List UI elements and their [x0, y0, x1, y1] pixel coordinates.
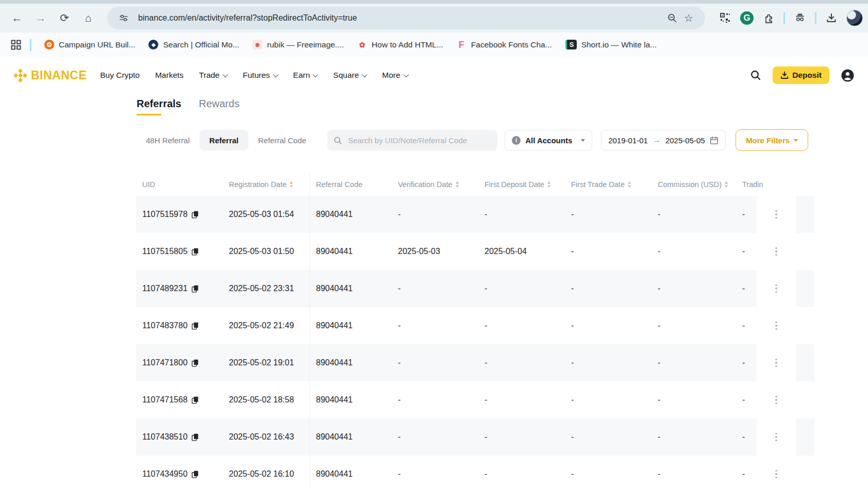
segment-referral[interactable]: Referral [199, 130, 248, 150]
extensions-puzzle-icon[interactable] [761, 10, 776, 26]
date-range-picker[interactable]: 2019-01-01 → 2025-05-05 [601, 130, 726, 150]
bookmark-label: Facebook Fonts Cha... [471, 40, 552, 49]
browser-profile-avatar[interactable] [846, 10, 863, 26]
row-menu-kebab-icon[interactable] [772, 318, 780, 333]
cell-value: 1107471568 [142, 395, 188, 405]
cell-commission-usd: - [652, 418, 736, 456]
qr-code-extension-icon[interactable] [717, 10, 733, 26]
row-menu-kebab-icon[interactable] [772, 207, 780, 222]
nav-item-square[interactable]: Square [333, 71, 366, 80]
forward-button[interactable]: → [31, 8, 51, 28]
nav-item-label: Trade [199, 71, 220, 80]
cell-value: - [658, 247, 660, 256]
cell-registration-date: 2025-05-02 18:58 [223, 381, 309, 418]
cell-value: 89040441 [316, 432, 353, 442]
bookmark-item[interactable]: ◆Search | Official Mo... [142, 37, 246, 53]
bookmark-item[interactable]: ◉rubik — Freeimage.... [246, 37, 350, 53]
nav-item-earn[interactable]: Earn [293, 71, 318, 80]
row-menu-kebab-icon[interactable] [772, 430, 780, 445]
cell-first-trade-date: - [565, 381, 652, 418]
cell-value: - [485, 358, 487, 367]
column-header-first-deposit-date[interactable]: First Deposit Date [478, 173, 565, 196]
zoom-out-icon[interactable] [664, 10, 680, 26]
row-menu-kebab-icon[interactable] [772, 393, 780, 408]
cell-value: 89040441 [316, 358, 353, 367]
bookmark-item[interactable]: FFacebook Fonts Cha... [450, 37, 559, 53]
accounts-filter-dropdown[interactable]: i All Accounts [505, 130, 592, 150]
cell-first-trade-date: - [565, 344, 652, 381]
copy-uid-icon[interactable] [192, 285, 198, 293]
copy-uid-icon[interactable] [192, 396, 198, 404]
cell-value: - [485, 469, 487, 479]
bookmark-item[interactable]: ✿How to Add HTML... [350, 37, 450, 53]
cell-value: - [571, 321, 574, 330]
row-menu-kebab-icon[interactable] [772, 467, 780, 482]
apps-grid-icon[interactable] [8, 37, 24, 53]
cell-value: 1107489231 [142, 284, 188, 293]
site-search-icon[interactable] [750, 70, 761, 81]
cell-referral-code: 89040441 [309, 270, 392, 307]
copy-uid-icon[interactable] [192, 248, 198, 256]
row-menu-kebab-icon[interactable] [772, 281, 780, 296]
row-menu-kebab-icon[interactable] [772, 356, 780, 371]
bookmark-item[interactable]: ⚙Campaign URL Buil... [38, 37, 142, 53]
table-row: 1107515805 2025-05-03 01:50890404412025-… [136, 233, 814, 270]
campaign-gear-icon: ⚙ [44, 40, 54, 49]
column-header-commission-usd[interactable]: Commission (USD) [652, 173, 736, 196]
deposit-button[interactable]: Deposit [773, 66, 829, 84]
nav-item-trade[interactable]: Trade [199, 71, 227, 80]
more-filters-button[interactable]: More Filters [736, 129, 808, 151]
copy-uid-icon[interactable] [192, 322, 198, 330]
grammarly-extension-icon[interactable]: G [740, 11, 754, 25]
copy-uid-icon[interactable] [192, 470, 198, 478]
cell-value: 1107438510 [142, 432, 188, 442]
tab-rewards[interactable]: Rewards [199, 98, 240, 115]
bookmark-star-icon[interactable]: ☆ [680, 10, 697, 26]
row-menu-kebab-icon[interactable] [772, 244, 780, 259]
copy-uid-icon[interactable] [192, 433, 198, 441]
cell-value: 1107434950 [142, 469, 188, 479]
column-label: Registration Date [229, 180, 287, 189]
cell-referral-code: 89040441 [309, 418, 392, 456]
cell-commission-usd: - [652, 344, 736, 381]
binance-logo[interactable]: BINANCE [13, 69, 87, 82]
column-header-registration-date[interactable]: Registration Date [223, 173, 309, 196]
segment-referral-code[interactable]: Referral Code [248, 130, 316, 150]
nav-item-more[interactable]: More [382, 71, 408, 80]
column-header-verification-date[interactable]: Verification Date [392, 173, 478, 196]
shortio-s-icon: S [565, 40, 577, 49]
incognito-extension-icon[interactable] [792, 10, 808, 26]
home-button[interactable]: ⌂ [78, 8, 98, 28]
tab-referrals[interactable]: Referrals [137, 98, 181, 115]
cell-uid: 1107515805 [136, 233, 223, 270]
cell-registration-date: 2025-05-02 16:43 [223, 418, 309, 456]
referral-search-input[interactable] [347, 136, 491, 145]
back-button[interactable]: ← [7, 8, 27, 28]
cell-value: 1107471800 [142, 358, 188, 367]
cell-verification-date: - [392, 418, 478, 456]
filter-row: 48H ReferralReferralReferral Code i All … [136, 130, 808, 150]
address-bar[interactable]: binance.com/en/activity/referral?stopRed… [107, 7, 705, 29]
cell-value: 89040441 [316, 321, 353, 330]
downloads-icon[interactable] [824, 10, 839, 26]
cell-value: - [485, 284, 487, 293]
nav-item-label: Earn [293, 71, 310, 80]
table-header-row: UIDRegistration Date Referral CodeVerifi… [136, 173, 814, 196]
search-box[interactable] [327, 130, 497, 150]
site-info-icon[interactable] [115, 10, 132, 26]
bookmark-item[interactable]: SShort.io — White la... [559, 37, 663, 53]
account-profile-icon[interactable] [841, 69, 855, 82]
column-header-first-trade-date[interactable]: First Trade Date [565, 173, 652, 196]
cell-value: - [742, 432, 745, 442]
segment-48h-referral[interactable]: 48H Referral [136, 130, 199, 150]
browser-chrome: ← → ⟳ ⌂ binance.com/en/activity/referral… [0, 0, 868, 32]
reload-button[interactable]: ⟳ [55, 8, 74, 28]
copy-uid-icon[interactable] [192, 211, 198, 218]
cell-value: - [485, 395, 487, 405]
cell-referral-code: 89040441 [309, 307, 392, 344]
referrals-table: UIDRegistration Date Referral CodeVerifi… [136, 173, 814, 488]
copy-uid-icon[interactable] [192, 359, 198, 367]
nav-item-markets[interactable]: Markets [155, 71, 183, 80]
nav-item-buy-crypto[interactable]: Buy Crypto [100, 71, 140, 80]
nav-item-futures[interactable]: Futures [243, 71, 278, 80]
